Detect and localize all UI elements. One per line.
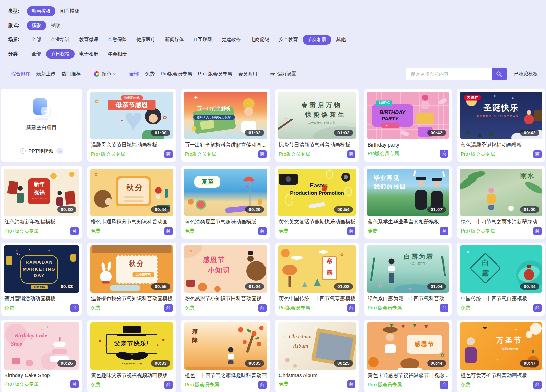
- new-project-card[interactable]: + 新建空白项目 ! PPT转视频 →: [1, 89, 82, 162]
- tier-filter-option[interactable]: 全部: [126, 71, 142, 76]
- template-card[interactable]: 秋分✿00:44橙色卡通风秋分节气知识科普动画...免费商: [87, 166, 176, 239]
- template-card[interactable]: LAIPICBIRTHDAYPARTY▶00:42Birthday partyP…: [364, 89, 452, 162]
- search-input[interactable]: [406, 68, 492, 80]
- thumb-shape: [524, 180, 542, 195]
- filter-panel: 类型:动画模板图片模板版式:横版竖版场景:全部企业培训教育微课金融保险健康医疗新…: [0, 0, 546, 59]
- template-card[interactable]: 雨水01:00绿色二十四节气之雨水清新翠绿动...Pro+版会员专属商: [457, 166, 545, 239]
- thumb-shape: [282, 265, 297, 275]
- crescent-moon-icon: ☾: [14, 248, 23, 258]
- template-card[interactable]: ♥致最爱的她母亲节感恩✿✿♥01:00温馨母亲节节日祝福动画模板Pro+版会员专…: [87, 89, 176, 162]
- template-card[interactable]: 感恩节小知识✿01:04粉色感恩节小知识节日科普动画视...免费商: [181, 243, 270, 316]
- thumb-text: DAY: [34, 273, 45, 278]
- card-footer: 免费商: [461, 304, 542, 312]
- template-card[interactable]: ❄❄圣诞快乐MERRY CHRISTMAS▲▲▲Ⓟ 保存00:42蓝色温馨圣诞祝…: [457, 89, 545, 162]
- template-card[interactable]: 春雷启万物惊蛰焕新生二十四节气 · 时序之美✿✿✿01:02惊蛰节日清新节气科普…: [275, 89, 359, 162]
- filter-option[interactable]: 年会相册: [103, 49, 132, 59]
- template-card[interactable]: 白露❄00:44中国传统二十四节气白露模板免费商: [457, 243, 545, 316]
- filter-option[interactable]: 健康医疗: [132, 35, 160, 45]
- filter-option[interactable]: 节庆相册: [303, 35, 331, 45]
- thumb-text: 小知识: [208, 266, 230, 274]
- filter-option[interactable]: 竖版: [46, 21, 65, 30]
- tier-label: 免费: [4, 305, 14, 311]
- template-card[interactable]: 霜降00:35橙色二十四节气之霜降趣味科普动画Pro+版会员专属商: [181, 320, 270, 392]
- filter-option[interactable]: 全部: [27, 35, 46, 45]
- tier-filter-option[interactable]: 免费: [142, 71, 158, 76]
- filter-option[interactable]: 动画模板: [27, 6, 55, 16]
- template-card[interactable]: 新年祝福HAPPY NEW YEAR00:30红色清新新年祝福模板Pro+版会员…: [1, 166, 82, 239]
- duration-badge: 01:02: [334, 130, 353, 136]
- card-footer: 免费商: [279, 227, 355, 235]
- sort-option[interactable]: 最新上传: [33, 71, 59, 76]
- filter-option[interactable]: 图片模板: [55, 6, 84, 16]
- filter-option[interactable]: 金融保险: [103, 35, 132, 45]
- thumb-shape: [123, 197, 144, 198]
- thumb-text: Happy father's Day: [122, 362, 142, 365]
- arrow-right-icon: →: [56, 148, 63, 154]
- template-card[interactable]: RAMADANMARKETINGDAY☾★★SHOP NOW00:33斋月营销活…: [1, 243, 82, 316]
- duration-badge: 00:55: [151, 283, 170, 290]
- filter-option[interactable]: 横版: [27, 21, 46, 30]
- thumb-shape: [415, 190, 427, 210]
- filter-option[interactable]: 电商促销: [245, 35, 274, 45]
- thumb-text: MARKETING: [23, 267, 56, 272]
- divider: [264, 71, 264, 77]
- filter-option[interactable]: 全部: [27, 49, 46, 59]
- thumb-text: ▼: [412, 323, 417, 329]
- thumb-shape: [228, 354, 234, 359]
- template-gallery-page: 类型:动画模板图片模板版式:横版竖版场景:全部企业培训教育微课金融保险健康医疗新…: [0, 0, 546, 392]
- template-card[interactable]: Birthday CakeShop00:26Birthday Cake Shop…: [1, 320, 82, 392]
- tier-filter-option[interactable]: 会员商用: [235, 71, 260, 76]
- ppt-to-video-button[interactable]: ! PPT转视频 →: [1, 140, 82, 162]
- sort-option[interactable]: 综合排序: [8, 71, 33, 76]
- search-button[interactable]: [492, 68, 507, 80]
- filter-option[interactable]: 安全教育: [274, 35, 303, 45]
- template-thumbnail: 新年祝福HAPPY NEW YEAR00:30: [4, 169, 79, 216]
- thumb-text: ★: [48, 249, 50, 252]
- thumb-text: ✿: [284, 117, 288, 122]
- filter-option[interactable]: 新闻媒体: [160, 35, 189, 45]
- thumb-shape: [370, 257, 375, 281]
- filter-option[interactable]: 电子相册: [75, 49, 103, 59]
- template-card[interactable]: ☂夏至00:29蓝色清爽夏至节气趣味动画模版免费商: [181, 166, 270, 239]
- template-card[interactable]: 父亲节快乐!♥♥♥♥Happy father's Day00:33黄色趣味父亲节…: [87, 320, 176, 392]
- filter-option[interactable]: 教育微课: [75, 35, 103, 45]
- filter-option[interactable]: IT互联网: [189, 35, 217, 45]
- duration-badge: 01:08: [334, 283, 353, 290]
- template-card[interactable]: ❄❄ChristmasAlbum00:25Christmas Album免费商: [275, 320, 359, 392]
- template-card[interactable]: 毕业再见我们的校园01:07蓝色系学生毕业季留念相册模板免费商: [364, 166, 452, 239]
- tier-label: 免费: [368, 228, 377, 234]
- thumb-text: ✿: [408, 287, 411, 291]
- thumb-text: SHOP NOW: [31, 285, 48, 289]
- template-card[interactable]: ▼▼▼▼感恩节✿00:44黄色卡通感恩节祝福温馨节日祝愿...Pro+版会员专属…: [364, 320, 452, 392]
- commercial-badge: 商: [440, 227, 448, 235]
- filter-option[interactable]: 企业培训: [46, 35, 75, 45]
- template-card[interactable]: ▲▲寒露✿01:08黄色中国传统二十四节气寒露模板Pro版会员专属商: [275, 243, 359, 316]
- thumb-text: ❄: [283, 335, 286, 338]
- commercial-badge: 商: [70, 304, 79, 312]
- filter-option[interactable]: 节日祝福: [46, 49, 75, 59]
- duration-badge: 01:00: [520, 206, 539, 213]
- new-project-top: + 新建空白项目: [1, 89, 82, 140]
- template-card[interactable]: ◥◤万圣节Halloween✦✦00:47橙色可爱万圣节科普动画模板免费商: [457, 320, 545, 392]
- tier-filter-option[interactable]: Pro版会员专属: [158, 71, 195, 76]
- tier-filter-option[interactable]: Pro+版会员专属: [195, 71, 235, 76]
- tier-label: Pro+版会员专属: [4, 381, 38, 387]
- sort-option[interactable]: 热门推荐: [59, 71, 84, 76]
- template-card[interactable]: 五一出行全解析选对工具，解锁完美假期!✈01:02五一出行全解析科普讲解宣传动画…: [181, 89, 270, 162]
- preferences-button[interactable]: 偏好设置: [268, 71, 299, 77]
- thumb-text: 圣诞快乐: [483, 103, 519, 113]
- thumb-shape: [257, 342, 261, 346]
- template-card[interactable]: 秋分二十四节气✿00:55温馨橙色秋分节气知识科普动画模板免费商: [87, 243, 176, 316]
- card-footer: Pro+版会员专属商: [4, 227, 79, 235]
- commercial-badge: 商: [440, 381, 448, 389]
- template-card[interactable]: 白露为霜◦ 二十四节气 ◦✿✿✿01:04绿色系白露为霜二十四节气科普动...P…: [364, 243, 452, 316]
- filter-option[interactable]: 其他: [331, 35, 350, 45]
- template-card[interactable]: EasterProduction Promotion00:54黄色英文复活节假期…: [275, 166, 359, 239]
- duration-badge: 01:04: [245, 283, 264, 290]
- filter-option[interactable]: 党建政务: [217, 35, 245, 45]
- thumb-text: MERRY CHRISTMAS: [477, 115, 519, 118]
- thumb-text: 致最爱的她: [121, 95, 143, 100]
- color-filter[interactable]: 颜色: [91, 71, 119, 77]
- card-footer: 免费商: [4, 304, 79, 312]
- favorites-link[interactable]: 已收藏模板: [514, 71, 538, 77]
